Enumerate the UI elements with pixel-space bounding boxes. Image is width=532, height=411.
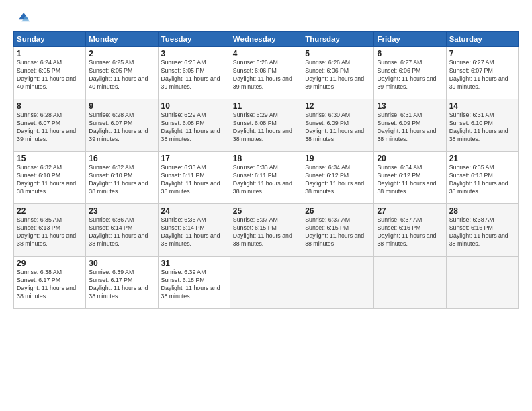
day-header-tuesday: Tuesday [158,32,230,47]
empty-cell [302,257,374,309]
day-info: Sunrise: 6:24 AMSunset: 6:05 PMDaylight:… [17,59,76,90]
day-number: 24 [161,206,227,216]
day-header-thursday: Thursday [302,32,374,47]
day-info: Sunrise: 6:31 AMSunset: 6:09 PMDaylight:… [377,111,436,142]
day-number: 23 [89,206,154,216]
day-info: Sunrise: 6:35 AMSunset: 6:13 PMDaylight:… [449,164,508,195]
day-info: Sunrise: 6:39 AMSunset: 6:18 PMDaylight:… [161,269,220,300]
day-number: 19 [305,154,371,163]
day-number: 18 [233,154,299,163]
day-info: Sunrise: 6:28 AMSunset: 6:07 PMDaylight:… [89,111,148,142]
calendar-day-26: 26Sunrise: 6:37 AMSunset: 6:15 PMDayligh… [302,204,374,257]
calendar-week-5: 29Sunrise: 6:38 AMSunset: 6:17 PMDayligh… [14,257,519,309]
day-number: 16 [89,154,154,163]
calendar-day-7: 7Sunrise: 6:27 AMSunset: 6:07 PMDaylight… [446,47,518,99]
day-info: Sunrise: 6:33 AMSunset: 6:11 PMDaylight:… [233,164,292,195]
calendar-header-row: SundayMondayTuesdayWednesdayThursdayFrid… [14,32,519,47]
day-info: Sunrise: 6:29 AMSunset: 6:08 PMDaylight:… [161,111,220,142]
day-number: 12 [305,101,371,111]
day-info: Sunrise: 6:25 AMSunset: 6:05 PMDaylight:… [161,59,220,90]
day-number: 14 [449,101,515,111]
day-number: 22 [17,206,83,216]
day-number: 3 [161,49,227,58]
day-header-monday: Monday [86,32,158,47]
calendar-day-6: 6Sunrise: 6:27 AMSunset: 6:06 PMDaylight… [374,47,446,99]
day-info: Sunrise: 6:32 AMSunset: 6:10 PMDaylight:… [89,164,148,195]
day-info: Sunrise: 6:27 AMSunset: 6:07 PMDaylight:… [449,59,508,90]
day-number: 2 [89,49,154,58]
calendar-day-23: 23Sunrise: 6:36 AMSunset: 6:14 PMDayligh… [86,204,158,257]
calendar-day-11: 11Sunrise: 6:29 AMSunset: 6:08 PMDayligh… [230,99,302,152]
day-number: 6 [377,49,443,58]
day-header-friday: Friday [374,32,446,47]
calendar-day-10: 10Sunrise: 6:29 AMSunset: 6:08 PMDayligh… [158,99,230,152]
day-number: 26 [305,206,371,216]
calendar-week-1: 1Sunrise: 6:24 AMSunset: 6:05 PMDaylight… [14,47,519,99]
day-header-sunday: Sunday [14,32,86,47]
day-number: 13 [377,101,443,111]
calendar-day-25: 25Sunrise: 6:37 AMSunset: 6:15 PMDayligh… [230,204,302,257]
day-info: Sunrise: 6:27 AMSunset: 6:06 PMDaylight:… [377,59,436,90]
day-info: Sunrise: 6:30 AMSunset: 6:09 PMDaylight:… [305,111,364,142]
calendar-day-28: 28Sunrise: 6:38 AMSunset: 6:16 PMDayligh… [446,204,518,257]
empty-cell [374,257,446,309]
calendar-day-21: 21Sunrise: 6:35 AMSunset: 6:13 PMDayligh… [446,152,518,204]
day-number: 9 [89,101,154,111]
empty-cell [230,257,302,309]
calendar-day-30: 30Sunrise: 6:39 AMSunset: 6:17 PMDayligh… [86,257,158,309]
day-info: Sunrise: 6:39 AMSunset: 6:17 PMDaylight:… [89,269,148,300]
day-number: 21 [449,154,515,163]
day-info: Sunrise: 6:36 AMSunset: 6:14 PMDaylight:… [89,216,148,247]
calendar-day-22: 22Sunrise: 6:35 AMSunset: 6:13 PMDayligh… [14,204,86,257]
day-info: Sunrise: 6:25 AMSunset: 6:05 PMDaylight:… [89,59,148,90]
logo-icon [15,11,30,26]
calendar-day-24: 24Sunrise: 6:36 AMSunset: 6:14 PMDayligh… [158,204,230,257]
calendar-day-19: 19Sunrise: 6:34 AMSunset: 6:12 PMDayligh… [302,152,374,204]
logo [13,11,31,26]
day-number: 17 [161,154,227,163]
calendar-week-3: 15Sunrise: 6:32 AMSunset: 6:10 PMDayligh… [14,152,519,204]
calendar-day-1: 1Sunrise: 6:24 AMSunset: 6:05 PMDaylight… [14,47,86,99]
calendar-day-4: 4Sunrise: 6:26 AMSunset: 6:06 PMDaylight… [230,47,302,99]
day-number: 8 [17,101,83,111]
calendar-page: SundayMondayTuesdayWednesdayThursdayFrid… [0,0,532,411]
day-info: Sunrise: 6:34 AMSunset: 6:12 PMDaylight:… [305,164,364,195]
calendar-week-4: 22Sunrise: 6:35 AMSunset: 6:13 PMDayligh… [14,204,519,257]
day-info: Sunrise: 6:28 AMSunset: 6:07 PMDaylight:… [17,111,76,142]
calendar-week-2: 8Sunrise: 6:28 AMSunset: 6:07 PMDaylight… [14,99,519,152]
day-info: Sunrise: 6:38 AMSunset: 6:17 PMDaylight:… [17,269,76,300]
calendar-day-27: 27Sunrise: 6:37 AMSunset: 6:16 PMDayligh… [374,204,446,257]
day-number: 15 [17,154,83,163]
day-number: 28 [449,206,515,216]
header [13,11,519,26]
calendar-day-14: 14Sunrise: 6:31 AMSunset: 6:10 PMDayligh… [446,99,518,152]
day-number: 30 [89,259,154,268]
calendar-day-13: 13Sunrise: 6:31 AMSunset: 6:09 PMDayligh… [374,99,446,152]
day-number: 31 [161,259,227,268]
day-number: 29 [17,259,83,268]
day-info: Sunrise: 6:26 AMSunset: 6:06 PMDaylight:… [305,59,364,90]
day-info: Sunrise: 6:37 AMSunset: 6:15 PMDaylight:… [305,216,364,247]
calendar-day-5: 5Sunrise: 6:26 AMSunset: 6:06 PMDaylight… [302,47,374,99]
day-number: 1 [17,49,83,58]
calendar-day-9: 9Sunrise: 6:28 AMSunset: 6:07 PMDaylight… [86,99,158,152]
day-info: Sunrise: 6:31 AMSunset: 6:10 PMDaylight:… [449,111,508,142]
calendar-table: SundayMondayTuesdayWednesdayThursdayFrid… [13,31,519,309]
day-number: 10 [161,101,227,111]
calendar-day-18: 18Sunrise: 6:33 AMSunset: 6:11 PMDayligh… [230,152,302,204]
calendar-day-12: 12Sunrise: 6:30 AMSunset: 6:09 PMDayligh… [302,99,374,152]
day-header-wednesday: Wednesday [230,32,302,47]
day-info: Sunrise: 6:37 AMSunset: 6:16 PMDaylight:… [377,216,436,247]
day-number: 27 [377,206,443,216]
day-number: 7 [449,49,515,58]
day-info: Sunrise: 6:26 AMSunset: 6:06 PMDaylight:… [233,59,292,90]
calendar-day-15: 15Sunrise: 6:32 AMSunset: 6:10 PMDayligh… [14,152,86,204]
day-info: Sunrise: 6:37 AMSunset: 6:15 PMDaylight:… [233,216,292,247]
calendar-day-20: 20Sunrise: 6:34 AMSunset: 6:12 PMDayligh… [374,152,446,204]
calendar-day-31: 31Sunrise: 6:39 AMSunset: 6:18 PMDayligh… [158,257,230,309]
day-number: 25 [233,206,299,216]
day-number: 20 [377,154,443,163]
calendar-day-17: 17Sunrise: 6:33 AMSunset: 6:11 PMDayligh… [158,152,230,204]
calendar-day-2: 2Sunrise: 6:25 AMSunset: 6:05 PMDaylight… [86,47,158,99]
day-info: Sunrise: 6:36 AMSunset: 6:14 PMDaylight:… [161,216,220,247]
